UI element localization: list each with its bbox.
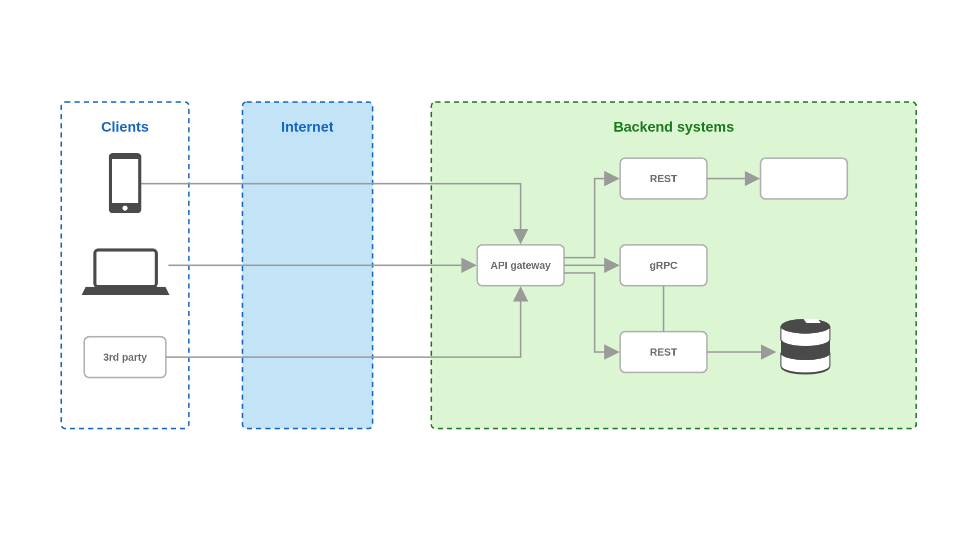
backend-title: Backend systems [614,119,734,135]
database-icon [781,319,830,374]
internet-title: Internet [281,119,334,135]
svg-rect-2 [112,159,138,203]
rest-bottom-node: REST [620,332,707,372]
empty-node [761,158,847,199]
svg-rect-5 [99,254,152,283]
smartphone-icon [109,153,141,213]
laptop-icon [82,250,169,295]
architecture-diagram: Clients 3rd party Internet Backend syste… [0,0,980,551]
svg-rect-13 [761,158,847,199]
api-gateway-label: API gateway [491,260,551,271]
backend-zone: Backend systems API gateway REST gRPC RE… [431,102,916,429]
rest-bottom-label: REST [650,346,677,358]
grpc-node: gRPC [620,245,707,286]
third-party-label: 3rd party [103,352,147,363]
clients-title: Clients [101,119,149,135]
rest-top-node: REST [620,158,707,199]
rest-top-label: REST [650,173,677,184]
api-gateway-node: API gateway [477,245,564,286]
grpc-label: gRPC [650,260,677,271]
third-party-node: 3rd party [84,337,166,378]
svg-point-3 [122,206,128,211]
